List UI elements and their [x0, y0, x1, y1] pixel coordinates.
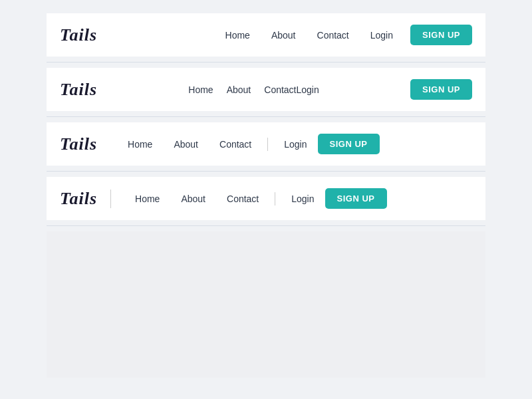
nav-login-3[interactable]: Login	[273, 139, 317, 150]
navbar-container-2: Tails Home About ContactLogin SIGN UP	[47, 68, 485, 111]
nav-divider-3	[267, 138, 268, 151]
nav-links-4: Home About Contact Login	[124, 192, 325, 205]
nav-login-1[interactable]: Login	[361, 30, 402, 41]
nav-contactlogin-2[interactable]: ContactLogin	[257, 84, 326, 95]
nav-about-1[interactable]: About	[262, 30, 305, 41]
nav-about-4[interactable]: About	[170, 194, 216, 204]
navbar-container-3: Tails Home About Contact Login SIGN UP	[47, 122, 485, 166]
nav-contact-1[interactable]: Contact	[308, 30, 358, 41]
divider-4	[47, 225, 485, 226]
navbar-1: Tails Home About Contact Login SIGN UP	[47, 13, 485, 57]
signup-button-4[interactable]: SIGN UP	[325, 188, 387, 209]
logo-4[interactable]: Tails	[60, 189, 97, 209]
nav-contact-4[interactable]: Contact	[216, 194, 269, 204]
logo-2[interactable]: Tails	[60, 80, 97, 99]
nav-about-3[interactable]: About	[163, 139, 209, 150]
navbar-3: Tails Home About Contact Login SIGN UP	[47, 122, 485, 166]
logo-divider-4	[110, 190, 111, 208]
nav-home-2[interactable]: Home	[182, 84, 219, 95]
nav-login-4[interactable]: Login	[281, 194, 325, 204]
navbar-container-1: Tails Home About Contact Login SIGN UP	[47, 13, 485, 57]
navbar-2: Tails Home About ContactLogin SIGN UP	[47, 68, 485, 111]
nav-home-1[interactable]: Home	[216, 30, 259, 41]
navbar-4: Tails Home About Contact Login SIGN UP	[47, 177, 485, 220]
nav-about-2[interactable]: About	[220, 84, 258, 95]
page-wrapper: Tails Home About Contact Login SIGN UP T…	[0, 13, 532, 378]
nav-home-4[interactable]: Home	[124, 194, 170, 204]
divider-3	[47, 171, 485, 172]
nav-links-2: Home About ContactLogin	[97, 84, 410, 95]
divider-1	[47, 62, 485, 63]
divider-2	[47, 116, 485, 117]
nav-home-3[interactable]: Home	[117, 139, 163, 150]
navbar-container-4: Tails Home About Contact Login SIGN UP	[47, 177, 485, 220]
signup-button-3[interactable]: SIGN UP	[318, 134, 380, 154]
logo-3[interactable]: Tails	[60, 134, 97, 154]
signup-button-2[interactable]: SIGN UP	[410, 79, 472, 100]
nav-links-3: Home About Contact Login	[117, 138, 317, 151]
nav-links-1: Home About Contact Login	[216, 30, 402, 41]
logo-wrap-2: Tails	[60, 80, 97, 100]
nav-contact-3[interactable]: Contact	[209, 139, 262, 150]
empty-section	[47, 231, 485, 378]
logo-1[interactable]: Tails	[60, 25, 97, 45]
signup-button-1[interactable]: SIGN UP	[410, 25, 472, 45]
nav-divider-4	[275, 192, 275, 205]
